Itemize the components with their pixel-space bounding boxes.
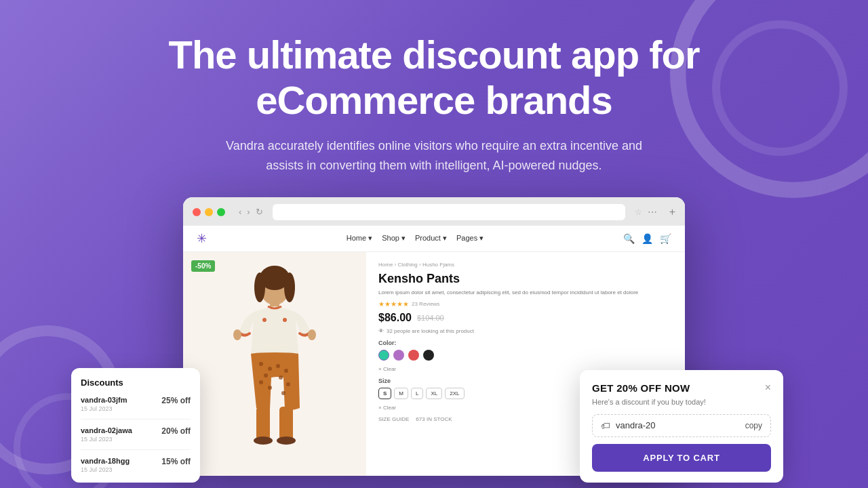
product-image (183, 252, 366, 462)
more-icon[interactable]: ⋯ (648, 207, 657, 218)
size-2xl[interactable]: 2XL (445, 388, 464, 399)
search-icon[interactable]: 🔍 (623, 233, 635, 244)
size-guide-link[interactable]: SIZE GUIDE (378, 416, 409, 422)
coupon-code: vandra-20 (616, 420, 740, 430)
popup-close-button[interactable]: × (765, 382, 771, 393)
svg-point-10 (264, 373, 268, 378)
store-menu: Home ▾ Shop ▾ Product ▾ Pages ▾ (347, 234, 484, 243)
popup-header: GET 20% OFF NOW × (592, 382, 771, 394)
eye-icon: 👁 (378, 328, 384, 334)
headline-line2: eCommerce brands (256, 78, 612, 122)
discount-item-1: vandra-02jawa 15 Jul 2023 20% off (81, 426, 191, 450)
size-m[interactable]: M (394, 388, 408, 399)
size-xl[interactable]: XL (426, 388, 442, 399)
swatch-teal[interactable] (378, 350, 389, 361)
refresh-icon[interactable]: ↻ (256, 207, 263, 217)
price-current: $86.00 (378, 312, 412, 324)
store-nav: ✳ Home ▾ Shop ▾ Product ▾ Pages ▾ 🔍 👤 🛒 (183, 226, 685, 252)
product-title: Kensho Pants (378, 272, 673, 286)
svg-point-16 (286, 382, 290, 386)
stock-text: 673 IN STOCK (416, 416, 452, 422)
cart-icon[interactable]: 🛒 (660, 233, 671, 244)
discounts-title: Discounts (81, 378, 191, 388)
back-arrow-icon[interactable]: ‹ (239, 207, 241, 217)
svg-point-12 (268, 386, 272, 390)
price-row: $86.00 $104.00 (378, 312, 673, 324)
svg-point-21 (277, 436, 296, 445)
browser-mockup: Discounts vandra-03jfm 15 Jul 2023 25% o… (183, 197, 685, 476)
svg-rect-18 (256, 407, 270, 441)
close-button[interactable] (193, 208, 201, 216)
browser-nav: ‹ › ↻ ☆ ⋯ (239, 204, 657, 220)
viewers-text: 32 people are looking at this product (387, 328, 474, 334)
swatch-black[interactable] (423, 350, 434, 361)
size-l[interactable]: L (411, 388, 423, 399)
product-image-area: -50% (183, 252, 366, 476)
discount-amount-0: 25% off (161, 396, 191, 405)
discount-date-1: 15 Jul 2023 (81, 436, 132, 443)
account-icon[interactable]: 👤 (642, 233, 653, 244)
svg-point-4 (284, 272, 295, 302)
maximize-button[interactable] (217, 208, 225, 216)
menu-product[interactable]: Product ▾ (415, 234, 447, 243)
coupon-field: 🏷 vandra-20 copy (592, 414, 771, 437)
svg-point-20 (254, 436, 273, 445)
product-description: Lorem ipsum dolor sit amet, consectetur … (378, 289, 673, 296)
store-actions: 🔍 👤 🛒 (623, 233, 671, 244)
discount-amount-1: 20% off (161, 426, 191, 436)
viewers-row: 👁 32 people are looking at this product (378, 328, 673, 334)
bookmark-icon: ☆ (635, 207, 642, 217)
popup-subtitle: Here's a discount if you buy today! (592, 398, 771, 406)
coupon-icon: 🏷 (601, 420, 610, 431)
size-s[interactable]: S (378, 388, 391, 399)
menu-home[interactable]: Home ▾ (347, 234, 372, 243)
discount-code-2: vandra-18hgg (81, 457, 130, 465)
svg-point-23 (308, 329, 316, 340)
store-logo: ✳ (197, 231, 207, 246)
discount-date-0: 15 Jul 2023 (81, 405, 127, 412)
svg-point-15 (279, 375, 283, 380)
svg-point-17 (281, 391, 285, 395)
traffic-lights (193, 208, 225, 216)
svg-rect-19 (279, 407, 293, 441)
swatch-purple[interactable] (393, 350, 404, 361)
svg-point-6 (262, 318, 267, 322)
new-tab-icon[interactable]: + (669, 206, 675, 218)
discounts-panel: Discounts vandra-03jfm 15 Jul 2023 25% o… (71, 368, 200, 483)
copy-button[interactable]: copy (745, 421, 762, 430)
svg-point-9 (268, 367, 272, 371)
price-original: $104.00 (417, 314, 444, 322)
svg-point-11 (259, 380, 263, 384)
svg-point-22 (233, 329, 241, 340)
color-label: Color: (378, 340, 673, 346)
star-icons: ★★★★★ (378, 300, 409, 308)
main-content: The ultimate discount app for eCommerce … (0, 0, 868, 476)
svg-point-3 (254, 272, 265, 302)
discount-code-0: vandra-03jfm (81, 396, 127, 404)
discount-popup: GET 20% OFF NOW × Here's a discount if y… (580, 370, 783, 483)
discount-item-0: vandra-03jfm 15 Jul 2023 25% off (81, 396, 191, 420)
address-bar[interactable] (273, 204, 625, 220)
breadcrumb: Home › Clothing › Husho Fjams (378, 262, 673, 268)
svg-point-8 (259, 362, 263, 366)
headline: The ultimate discount app for eCommerce … (168, 33, 699, 123)
ratings-row: ★★★★★ 23 Reviews (378, 300, 673, 308)
swatch-red[interactable] (408, 350, 419, 361)
color-swatches (378, 350, 673, 361)
menu-shop[interactable]: Shop ▾ (382, 234, 406, 243)
menu-pages[interactable]: Pages ▾ (456, 234, 484, 243)
svg-point-13 (276, 364, 280, 368)
discount-amount-2: 15% off (161, 457, 191, 466)
headline-line1: The ultimate discount app for (168, 33, 699, 77)
review-count: 23 Reviews (412, 301, 439, 307)
discount-item-2: vandra-18hgg 15 Jul 2023 15% off (81, 457, 191, 473)
forward-arrow-icon[interactable]: › (247, 207, 250, 217)
apply-to-cart-button[interactable]: APPLY TO CART (592, 444, 771, 472)
subheadline: Vandra accurately identifies online visi… (217, 136, 651, 176)
discount-code-1: vandra-02jawa (81, 426, 132, 434)
discount-date-2: 15 Jul 2023 (81, 466, 130, 473)
browser-chrome: ‹ › ↻ ☆ ⋯ + (183, 197, 685, 226)
svg-point-7 (283, 318, 287, 322)
minimize-button[interactable] (205, 208, 213, 216)
popup-title: GET 20% OFF NOW (592, 382, 690, 394)
